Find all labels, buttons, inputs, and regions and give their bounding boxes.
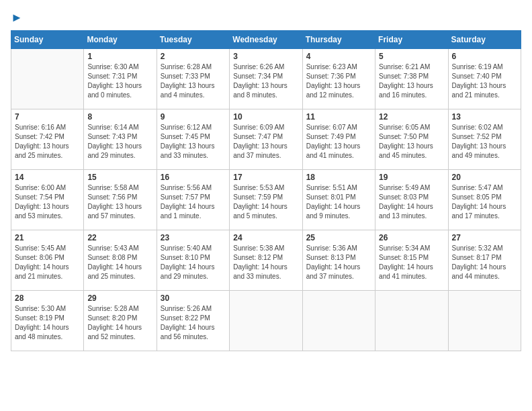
calendar-cell: 4Sunrise: 6:23 AMSunset: 7:36 PMDaylight… [302, 49, 375, 109]
calendar-cell: 27Sunrise: 5:32 AMSunset: 8:17 PMDayligh… [448, 230, 521, 291]
day-number: 1 [87, 52, 152, 61]
day-number: 8 [87, 112, 152, 122]
day-number: 14 [15, 173, 80, 182]
day-info: Sunrise: 6:14 AMSunset: 7:43 PMDaylight:… [87, 123, 152, 161]
calendar-cell: 9Sunrise: 6:12 AMSunset: 7:45 PMDaylight… [157, 109, 229, 170]
calendar-cell: 20Sunrise: 5:47 AMSunset: 8:05 PMDayligh… [448, 170, 521, 230]
day-info: Sunrise: 5:28 AMSunset: 8:20 PMDaylight:… [87, 304, 152, 342]
col-header-sunday: Sunday [11, 31, 84, 49]
col-header-monday: Monday [84, 31, 157, 49]
calendar-week-row: 14Sunrise: 6:00 AMSunset: 7:54 PMDayligh… [11, 170, 521, 230]
col-header-wednesday: Wednesday [230, 31, 302, 49]
page-header: ► [11, 11, 521, 25]
day-number: 26 [379, 233, 444, 242]
day-number: 27 [452, 233, 517, 242]
day-info: Sunrise: 6:16 AMSunset: 7:42 PMDaylight:… [15, 123, 80, 161]
calendar-cell: 13Sunrise: 6:02 AMSunset: 7:52 PMDayligh… [448, 109, 521, 170]
calendar-cell: 14Sunrise: 6:00 AMSunset: 7:54 PMDayligh… [11, 170, 84, 230]
calendar-cell: 8Sunrise: 6:14 AMSunset: 7:43 PMDaylight… [84, 109, 157, 170]
calendar-cell: 17Sunrise: 5:53 AMSunset: 7:59 PMDayligh… [230, 170, 302, 230]
calendar-cell: 29Sunrise: 5:28 AMSunset: 8:20 PMDayligh… [84, 291, 157, 351]
calendar-header-row: SundayMondayTuesdayWednesdayThursdayFrid… [11, 31, 521, 49]
day-number: 18 [306, 173, 371, 182]
logo: ► [11, 11, 23, 25]
calendar-week-row: 28Sunrise: 5:30 AMSunset: 8:19 PMDayligh… [11, 291, 521, 351]
day-info: Sunrise: 6:28 AMSunset: 7:33 PMDaylight:… [161, 62, 226, 100]
day-number: 6 [452, 52, 517, 61]
day-info: Sunrise: 5:36 AMSunset: 8:13 PMDaylight:… [306, 244, 371, 281]
calendar-cell: 18Sunrise: 5:51 AMSunset: 8:01 PMDayligh… [302, 170, 375, 230]
day-number: 5 [379, 52, 444, 61]
day-number: 10 [233, 112, 298, 122]
day-number: 19 [379, 173, 444, 182]
calendar-cell [302, 291, 375, 351]
day-number: 24 [233, 233, 298, 242]
col-header-friday: Friday [375, 31, 448, 49]
calendar-cell: 5Sunrise: 6:21 AMSunset: 7:38 PMDaylight… [375, 49, 448, 109]
day-number: 17 [233, 173, 298, 182]
day-info: Sunrise: 6:09 AMSunset: 7:47 PMDaylight:… [233, 123, 298, 161]
day-number: 4 [306, 52, 371, 61]
calendar-cell: 1Sunrise: 6:30 AMSunset: 7:31 PMDaylight… [84, 49, 157, 109]
calendar-cell: 15Sunrise: 5:58 AMSunset: 7:56 PMDayligh… [84, 170, 157, 230]
day-number: 15 [87, 173, 152, 182]
calendar-cell: 26Sunrise: 5:34 AMSunset: 8:15 PMDayligh… [375, 230, 448, 291]
day-info: Sunrise: 6:07 AMSunset: 7:49 PMDaylight:… [306, 123, 371, 161]
day-info: Sunrise: 6:30 AMSunset: 7:31 PMDaylight:… [87, 62, 152, 100]
day-number: 16 [161, 173, 226, 182]
day-info: Sunrise: 5:40 AMSunset: 8:10 PMDaylight:… [161, 244, 226, 281]
calendar-cell: 28Sunrise: 5:30 AMSunset: 8:19 PMDayligh… [11, 291, 84, 351]
day-info: Sunrise: 5:26 AMSunset: 8:22 PMDaylight:… [161, 304, 226, 342]
calendar-table: SundayMondayTuesdayWednesdayThursdayFrid… [11, 30, 521, 351]
day-info: Sunrise: 5:45 AMSunset: 8:06 PMDaylight:… [15, 244, 80, 281]
calendar-cell [375, 291, 448, 351]
day-number: 2 [161, 52, 226, 61]
day-number: 28 [15, 293, 80, 303]
day-number: 11 [306, 112, 371, 122]
col-header-thursday: Thursday [302, 31, 375, 49]
calendar-cell: 19Sunrise: 5:49 AMSunset: 8:03 PMDayligh… [375, 170, 448, 230]
day-number: 30 [161, 293, 226, 303]
calendar-cell [11, 49, 84, 109]
day-number: 23 [161, 233, 226, 242]
day-number: 12 [379, 112, 444, 122]
day-info: Sunrise: 5:49 AMSunset: 8:03 PMDaylight:… [379, 183, 444, 221]
day-info: Sunrise: 5:30 AMSunset: 8:19 PMDaylight:… [15, 304, 80, 342]
day-number: 29 [87, 293, 152, 303]
day-info: Sunrise: 5:47 AMSunset: 8:05 PMDaylight:… [452, 183, 517, 221]
day-number: 3 [233, 52, 298, 61]
calendar-cell: 12Sunrise: 6:05 AMSunset: 7:50 PMDayligh… [375, 109, 448, 170]
calendar-cell [230, 291, 302, 351]
day-number: 22 [87, 233, 152, 242]
day-number: 9 [161, 112, 226, 122]
day-info: Sunrise: 6:23 AMSunset: 7:36 PMDaylight:… [306, 62, 371, 100]
calendar-week-row: 1Sunrise: 6:30 AMSunset: 7:31 PMDaylight… [11, 49, 521, 109]
calendar-cell: 3Sunrise: 6:26 AMSunset: 7:34 PMDaylight… [230, 49, 302, 109]
day-number: 7 [15, 112, 80, 122]
day-info: Sunrise: 5:32 AMSunset: 8:17 PMDaylight:… [452, 244, 517, 281]
day-info: Sunrise: 6:12 AMSunset: 7:45 PMDaylight:… [161, 123, 226, 161]
calendar-week-row: 21Sunrise: 5:45 AMSunset: 8:06 PMDayligh… [11, 230, 521, 291]
day-info: Sunrise: 6:26 AMSunset: 7:34 PMDaylight:… [233, 62, 298, 100]
calendar-body: 1Sunrise: 6:30 AMSunset: 7:31 PMDaylight… [11, 49, 521, 351]
day-info: Sunrise: 6:21 AMSunset: 7:38 PMDaylight:… [379, 62, 444, 100]
day-info: Sunrise: 5:38 AMSunset: 8:12 PMDaylight:… [233, 244, 298, 281]
day-info: Sunrise: 6:05 AMSunset: 7:50 PMDaylight:… [379, 123, 444, 161]
calendar-cell: 24Sunrise: 5:38 AMSunset: 8:12 PMDayligh… [230, 230, 302, 291]
day-info: Sunrise: 5:43 AMSunset: 8:08 PMDaylight:… [87, 244, 152, 281]
day-info: Sunrise: 6:00 AMSunset: 7:54 PMDaylight:… [15, 183, 80, 221]
calendar-cell: 30Sunrise: 5:26 AMSunset: 8:22 PMDayligh… [157, 291, 229, 351]
col-header-tuesday: Tuesday [157, 31, 229, 49]
day-info: Sunrise: 5:34 AMSunset: 8:15 PMDaylight:… [379, 244, 444, 281]
calendar-cell: 11Sunrise: 6:07 AMSunset: 7:49 PMDayligh… [302, 109, 375, 170]
calendar-cell: 7Sunrise: 6:16 AMSunset: 7:42 PMDaylight… [11, 109, 84, 170]
day-info: Sunrise: 6:02 AMSunset: 7:52 PMDaylight:… [452, 123, 517, 161]
calendar-cell: 6Sunrise: 6:19 AMSunset: 7:40 PMDaylight… [448, 49, 521, 109]
calendar-cell: 23Sunrise: 5:40 AMSunset: 8:10 PMDayligh… [157, 230, 229, 291]
day-number: 21 [15, 233, 80, 242]
calendar-cell: 21Sunrise: 5:45 AMSunset: 8:06 PMDayligh… [11, 230, 84, 291]
day-info: Sunrise: 6:19 AMSunset: 7:40 PMDaylight:… [452, 62, 517, 100]
calendar-cell: 22Sunrise: 5:43 AMSunset: 8:08 PMDayligh… [84, 230, 157, 291]
calendar-week-row: 7Sunrise: 6:16 AMSunset: 7:42 PMDaylight… [11, 109, 521, 170]
calendar-cell: 2Sunrise: 6:28 AMSunset: 7:33 PMDaylight… [157, 49, 229, 109]
